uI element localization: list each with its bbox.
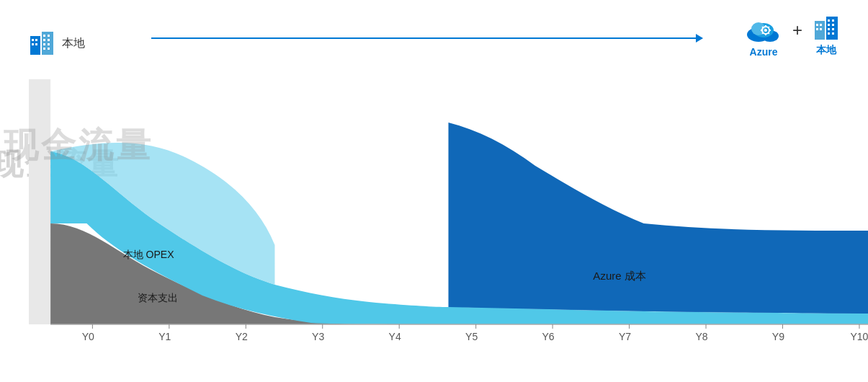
svg-rect-4 (32, 43, 34, 45)
svg-rect-33 (832, 24, 834, 26)
top-bar: 本地 Azure + (0, 0, 868, 86)
building-right-icon (813, 15, 839, 41)
azure-icon-wrap: Azure (746, 14, 782, 58)
svg-rect-3 (35, 39, 37, 41)
svg-rect-10 (43, 43, 45, 45)
svg-rect-30 (828, 19, 830, 22)
transition-arrow (151, 37, 702, 39)
svg-rect-13 (48, 48, 50, 50)
capex-chart-label: 资本支出 (138, 292, 178, 303)
azure-label: Azure (750, 46, 778, 58)
plus-sign: + (792, 20, 802, 40)
svg-rect-11 (48, 43, 50, 45)
svg-rect-34 (828, 28, 830, 30)
svg-rect-12 (43, 48, 45, 50)
svg-point-19 (764, 29, 767, 32)
on-premise-section: 本地 (29, 30, 85, 56)
svg-text:Y1: Y1 (158, 331, 171, 342)
local-icon-wrap: 本地 (813, 15, 839, 57)
svg-rect-35 (832, 28, 834, 30)
svg-rect-6 (43, 35, 45, 37)
svg-text:Y8: Y8 (695, 331, 707, 342)
svg-rect-36 (828, 32, 830, 35)
svg-rect-5 (35, 43, 37, 45)
svg-line-26 (768, 27, 769, 28)
svg-rect-41 (820, 28, 822, 30)
chart-area: Y0 Y1 Y2 Y3 Y4 Y5 Y6 Y7 Y8 Y9 Y10 Azure … (29, 79, 868, 353)
azure-cloud-icon (746, 14, 782, 43)
svg-rect-32 (828, 24, 830, 26)
local-right-label: 本地 (816, 44, 836, 57)
svg-text:Y4: Y4 (389, 331, 401, 342)
svg-text:Y2: Y2 (236, 331, 248, 342)
svg-line-24 (762, 27, 764, 28)
svg-rect-2 (32, 39, 34, 41)
svg-line-27 (762, 33, 764, 35)
svg-text:Y9: Y9 (772, 331, 784, 342)
svg-rect-38 (816, 24, 818, 26)
svg-text:Y5: Y5 (465, 331, 478, 342)
svg-rect-9 (48, 39, 50, 41)
svg-rect-40 (816, 28, 818, 30)
svg-rect-37 (832, 32, 834, 35)
svg-text:Y6: Y6 (542, 331, 554, 342)
svg-rect-8 (43, 39, 45, 41)
azure-cost-chart-label: Azure 成本 (593, 270, 646, 282)
svg-text:Y10: Y10 (850, 331, 868, 342)
svg-text:Y3: Y3 (312, 331, 324, 342)
svg-rect-31 (832, 19, 834, 22)
svg-text:Y7: Y7 (619, 331, 631, 342)
chart-svg: Y0 Y1 Y2 Y3 Y4 Y5 Y6 Y7 Y8 Y9 Y10 Azure … (29, 79, 868, 353)
building-icon (29, 30, 55, 56)
svg-rect-42 (29, 79, 50, 324)
svg-text:Y0: Y0 (82, 331, 94, 342)
opex-chart-label: 本地 OPEX (123, 249, 175, 260)
svg-line-25 (768, 33, 769, 35)
svg-rect-7 (48, 35, 50, 37)
svg-rect-39 (820, 24, 822, 26)
on-premise-text: 本地 (62, 36, 85, 51)
right-icons-section: Azure + 本地 (746, 14, 839, 58)
